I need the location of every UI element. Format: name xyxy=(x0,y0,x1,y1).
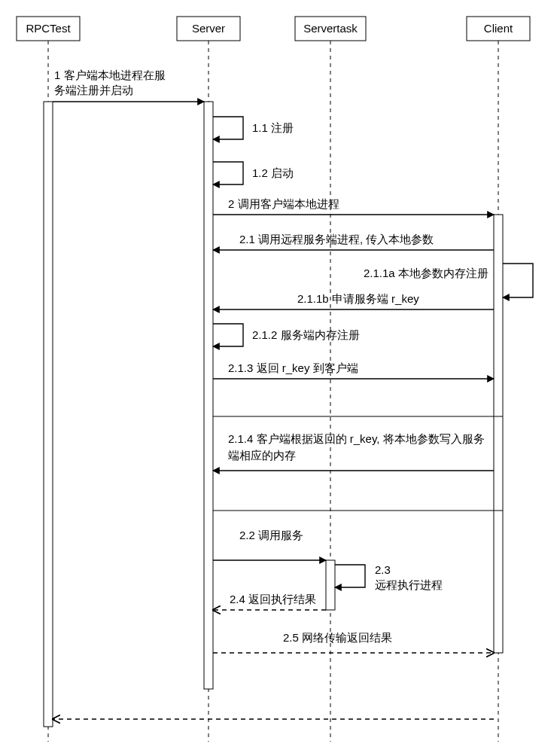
msg-2.5-text: 2.5 网络传输返回结果 xyxy=(283,631,392,644)
msg-2.4-text: 2.4 返回执行结果 xyxy=(230,593,316,605)
participant-servertask: Servertask xyxy=(295,17,366,41)
activation-rpctest xyxy=(44,102,53,727)
msg-2.1.2: 2.1.2 服务端内存注册 xyxy=(213,324,360,346)
msg-1.2: 1.2 启动 xyxy=(213,162,294,184)
activation-server xyxy=(204,102,213,689)
msg-2.3-text: 2.3 xyxy=(375,563,391,576)
msg-1.1-text: 1.1 注册 xyxy=(252,121,294,134)
participant-label: Servertask xyxy=(303,22,358,35)
activation-servertask xyxy=(326,560,335,610)
msg-1-text: 1 客户端本地进程在服 xyxy=(54,69,166,81)
msg-2.1.1a-text: 2.1.1a 本地参数内存注册 xyxy=(364,267,488,279)
msg-2.3: 2.3 远程执行进程 xyxy=(335,563,443,591)
participant-label: Server xyxy=(192,22,225,35)
msg-2.1.4-text: 端相应的内存 xyxy=(228,449,296,462)
participant-label: Client xyxy=(484,22,513,35)
msg-1.2-text: 1.2 启动 xyxy=(252,166,294,179)
participant-rpctest: RPCTest xyxy=(17,17,80,41)
msg-2.1.4-text: 2.1.4 客户端根据返回的 r_key, 将本地参数写入服务 xyxy=(228,432,485,445)
msg-1.1: 1.1 注册 xyxy=(213,117,294,139)
participant-label: RPCTest xyxy=(26,22,71,35)
activation-client xyxy=(494,215,503,653)
msg-2.2-text: 2.2 调用服务 xyxy=(239,529,303,541)
msg-1-text: 务端注册并启动 xyxy=(54,84,133,96)
participant-client: Client xyxy=(467,17,530,41)
participant-server: Server xyxy=(177,17,240,41)
msg-2.1.2-text: 2.1.2 服务端内存注册 xyxy=(252,328,360,341)
msg-2.3-text: 远程执行进程 xyxy=(375,578,443,591)
msg-2.1-text: 2.1 调用远程服务端进程, 传入本地参数 xyxy=(239,233,434,245)
msg-2.1.3-text: 2.1.3 返回 r_key 到客户端 xyxy=(228,361,358,374)
msg-2.1.1b-text: 2.1.1b 申请服务端 r_key xyxy=(297,292,419,305)
msg-2-text: 2 调用客户端本地进程 xyxy=(228,197,339,210)
sequence-diagram: RPCTest Server Servertask Client 1 客户端本地… xyxy=(0,0,560,753)
